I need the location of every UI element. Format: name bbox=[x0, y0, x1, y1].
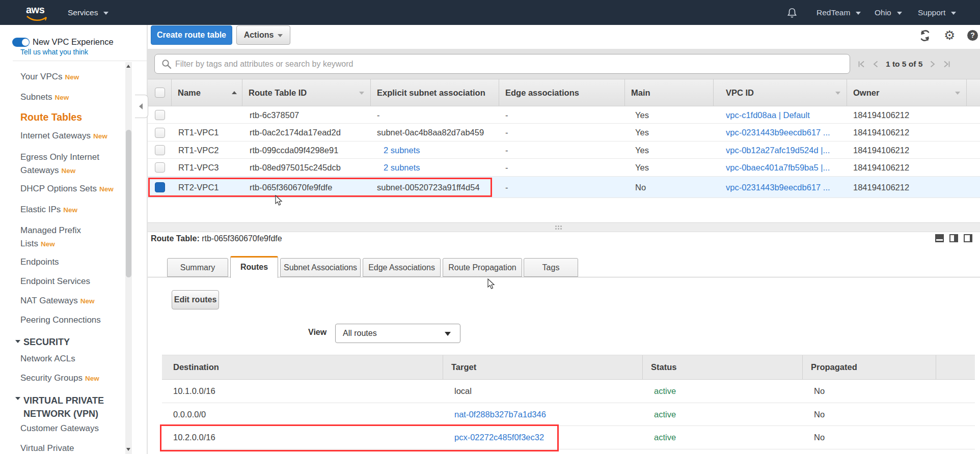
column-header-owner[interactable]: Owner bbox=[847, 79, 967, 106]
route-target[interactable]: nat-0f288b327b7a1d346 bbox=[454, 403, 546, 427]
tab-subnet-associations[interactable]: Subnet Associations bbox=[280, 258, 361, 277]
create-route-table-button[interactable]: Create route table bbox=[151, 25, 232, 45]
page-last-button[interactable] bbox=[943, 61, 950, 68]
sidebar-item-label: Elastic IPs bbox=[20, 205, 61, 214]
settings-gear-icon[interactable]: ⚙ bbox=[944, 28, 955, 43]
feedback-link[interactable]: Tell us what you think bbox=[20, 48, 88, 56]
help-icon[interactable]: ? bbox=[967, 30, 978, 41]
cell-edge-associations: - bbox=[505, 159, 508, 176]
layout-bottom-pane-icon[interactable] bbox=[935, 234, 944, 242]
sidebar-item-your-vpcs[interactable]: Your VPCsNew bbox=[20, 72, 79, 82]
cell-owner: 184194106212 bbox=[853, 159, 909, 176]
cell-vpc-id[interactable]: vpc-0baec401a7fb59ba5 |... bbox=[726, 159, 830, 176]
page-first-button[interactable] bbox=[858, 61, 865, 68]
routes-column-header-status[interactable]: Status bbox=[643, 355, 803, 379]
section-chevron-icon[interactable] bbox=[15, 397, 20, 400]
row-checkbox[interactable] bbox=[155, 128, 165, 138]
aws-logo[interactable]: aws bbox=[26, 5, 48, 22]
column-header-name[interactable]: Name bbox=[172, 79, 242, 106]
top-nav: aws Services RedTeam Ohio Support bbox=[0, 0, 980, 25]
sidebar-item-label: Security Groups bbox=[20, 373, 83, 383]
refresh-icon[interactable] bbox=[918, 29, 932, 42]
edit-routes-button[interactable]: Edit routes bbox=[172, 290, 219, 309]
sidebar-item-elastic-ips[interactable]: Elastic IPsNew bbox=[20, 205, 77, 215]
sidebar-item-endpoints[interactable]: Endpoints bbox=[20, 257, 59, 267]
sidebar-item-subnets[interactable]: SubnetsNew bbox=[20, 92, 69, 102]
section-chevron-icon[interactable] bbox=[15, 340, 20, 343]
layout-full-pane-icon[interactable] bbox=[964, 234, 972, 242]
cell-vpc-id[interactable]: vpc-0231443b9eecdb617 ... bbox=[726, 177, 830, 198]
sidebar-item-network-acls[interactable]: Network ACLs bbox=[20, 354, 75, 364]
actions-button[interactable]: Actions bbox=[236, 25, 290, 45]
chevron-down-icon bbox=[856, 12, 861, 15]
sidebar-collapse-handle[interactable] bbox=[135, 95, 148, 118]
row-checkbox[interactable] bbox=[155, 162, 165, 173]
cell-vpc-id[interactable]: vpc-0b12a27afc19d524d |... bbox=[726, 141, 830, 159]
sidebar-item-internet-gateways[interactable]: Internet GatewaysNew bbox=[20, 131, 107, 141]
column-header-edge-associations[interactable]: Edge associations bbox=[499, 79, 625, 106]
toggle-knob bbox=[22, 39, 29, 46]
filter-placeholder: Filter by tags and attributes or search … bbox=[175, 54, 353, 73]
sidebar-scrollbar[interactable] bbox=[125, 62, 132, 454]
sidebar-item-dhcp-options-sets[interactable]: DHCP Options SetsNew bbox=[20, 184, 114, 194]
scroll-up-icon[interactable] bbox=[126, 65, 130, 68]
tab-route-propagation[interactable]: Route Propagation bbox=[443, 258, 522, 277]
scrollbar-thumb[interactable] bbox=[126, 130, 131, 277]
notifications-bell-icon[interactable] bbox=[787, 7, 797, 18]
cell-edge-associations: - bbox=[505, 141, 508, 159]
tab-summary[interactable]: Summary bbox=[167, 258, 228, 277]
tab-routes[interactable]: Routes bbox=[230, 256, 278, 278]
sidebar-item-virtual-private-network-vpn[interactable]: VIRTUAL PRIVATE NETWORK (VPN) bbox=[23, 394, 123, 420]
column-header-vpc-id[interactable]: VPC ID bbox=[714, 79, 847, 106]
row-checkbox[interactable] bbox=[155, 145, 165, 155]
sidebar-item-egress-only-internet-gateways[interactable]: Egress Only Internet GatewaysNew bbox=[20, 151, 110, 178]
column-header-explicit-subnet-association[interactable]: Explicit subnet association bbox=[371, 79, 499, 106]
aws-logo-text: aws bbox=[26, 5, 48, 15]
column-header-main[interactable]: Main bbox=[625, 79, 714, 106]
tab-edge-associations[interactable]: Edge Associations bbox=[363, 258, 441, 277]
cell-subnet-association[interactable]: 2 subnets bbox=[384, 141, 420, 159]
routes-column-header-propagated[interactable]: Propagated bbox=[803, 355, 936, 379]
view-select[interactable]: All routes bbox=[335, 324, 460, 343]
routes-column-header-target[interactable]: Target bbox=[443, 355, 643, 379]
routes-column-header-destination[interactable]: Destination bbox=[162, 355, 443, 379]
sidebar-item-customer-gateways[interactable]: Customer Gateways bbox=[20, 423, 99, 434]
cell-vpc-id[interactable]: vpc-c1fd08aa | Default bbox=[726, 106, 810, 124]
sidebar-item-nat-gateways[interactable]: NAT GatewaysNew bbox=[20, 296, 95, 306]
page-prev-button[interactable] bbox=[873, 61, 878, 68]
table-row-rt1-vpc3[interactable]: RT1-VPC3rtb-08ed975015c245dcb2 subnets-Y… bbox=[148, 159, 980, 176]
tab-tags[interactable]: Tags bbox=[524, 258, 578, 277]
sidebar-item-route-tables[interactable]: Route Tables bbox=[20, 111, 82, 123]
cell-vpc-id[interactable]: vpc-0231443b9eecdb617 ... bbox=[726, 124, 830, 141]
nav-services-menu[interactable]: Services bbox=[68, 0, 108, 25]
layout-split-pane-icon[interactable] bbox=[949, 234, 958, 242]
sidebar-item-virtual-private[interactable]: Virtual Private bbox=[20, 443, 74, 453]
new-vpc-toggle[interactable] bbox=[12, 38, 30, 47]
page-next-button[interactable] bbox=[930, 61, 936, 68]
row-checkbox[interactable] bbox=[155, 110, 165, 120]
cell-subnet-association[interactable]: 2 subnets bbox=[384, 159, 420, 176]
sidebar-item-endpoint-services[interactable]: Endpoint Services bbox=[20, 276, 90, 287]
sidebar-item-managed-prefix-lists[interactable]: Managed Prefix ListsNew bbox=[20, 224, 92, 251]
table-row-rt1-vpc1[interactable]: RT1-VPC1rtb-0ac2c174da17ead2dsubnet-0ac4… bbox=[148, 124, 980, 141]
detail-title: Route Table: rtb-065f360670fe9fdfe bbox=[151, 234, 282, 243]
cell-route-table-id: rtb-0ac2c174da17ead2d bbox=[250, 124, 341, 141]
nav-region-menu[interactable]: Ohio bbox=[875, 0, 902, 25]
chevron-down-icon bbox=[278, 34, 283, 37]
nav-account-menu[interactable]: RedTeam bbox=[816, 0, 861, 25]
select-all-checkbox[interactable] bbox=[148, 79, 172, 106]
cell-edge-associations: - bbox=[505, 177, 508, 198]
filter-input[interactable]: Filter by tags and attributes or search … bbox=[154, 54, 850, 74]
routes-row-10-1-0-0-16[interactable]: 10.1.0.0/16localactiveNo bbox=[162, 380, 975, 403]
sidebar-item-security-groups[interactable]: Security GroupsNew bbox=[20, 373, 99, 383]
sidebar-item-security[interactable]: SECURITY bbox=[23, 337, 70, 348]
scroll-down-icon[interactable] bbox=[126, 448, 130, 451]
table-row-rt1-vpc2[interactable]: RT1-VPC2rtb-099ccda09f4298e912 subnets-Y… bbox=[148, 141, 980, 159]
nav-support-menu[interactable]: Support bbox=[918, 0, 956, 25]
new-badge: New bbox=[63, 206, 77, 214]
column-header-route-table-id[interactable]: Route Table ID bbox=[242, 79, 371, 106]
routes-row-0-0-0-0-0[interactable]: 0.0.0.0/0nat-0f288b327b7a1d346activeNo bbox=[162, 403, 975, 427]
sidebar-item-peering-connections[interactable]: Peering Connections bbox=[20, 315, 101, 325]
pane-splitter[interactable] bbox=[148, 222, 980, 232]
table-row-rtb-6c378507[interactable]: rtb-6c378507--Yesvpc-c1fd08aa | Default1… bbox=[148, 106, 980, 124]
